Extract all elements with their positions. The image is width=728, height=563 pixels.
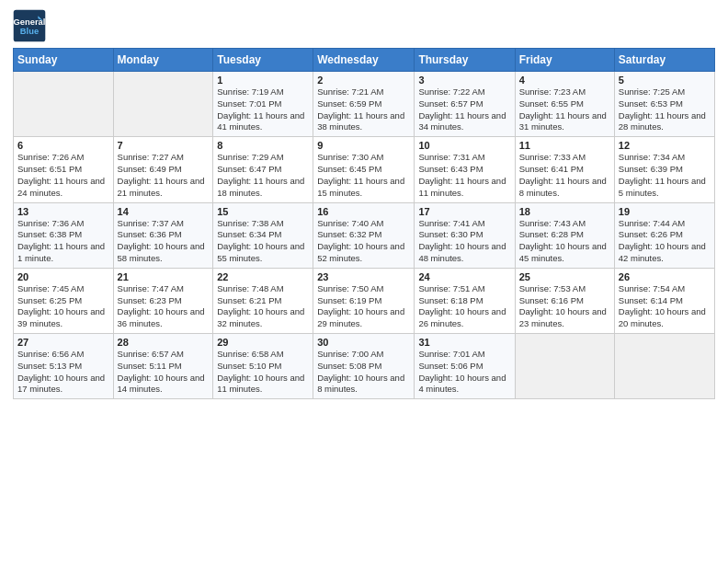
day-cell: 9Sunrise: 7:30 AM Sunset: 6:45 PM Daylig… xyxy=(313,137,415,202)
day-info: Sunrise: 7:37 AM Sunset: 6:36 PM Dayligh… xyxy=(118,218,210,265)
day-cell: 8Sunrise: 7:29 AM Sunset: 6:47 PM Daylig… xyxy=(213,137,313,202)
day-number: 18 xyxy=(519,206,610,217)
day-info: Sunrise: 7:00 AM Sunset: 5:08 PM Dayligh… xyxy=(317,349,410,396)
day-number: 19 xyxy=(619,206,711,217)
day-cell: 14Sunrise: 7:37 AM Sunset: 6:36 PM Dayli… xyxy=(113,202,213,268)
day-info: Sunrise: 6:58 AM Sunset: 5:10 PM Dayligh… xyxy=(217,349,309,396)
day-number: 10 xyxy=(418,140,510,151)
day-number: 12 xyxy=(619,140,711,151)
page: General Blue SundayMondayTuesdayWednesda… xyxy=(0,0,728,563)
day-info: Sunrise: 7:51 AM Sunset: 6:18 PM Dayligh… xyxy=(418,283,510,330)
day-number: 11 xyxy=(519,140,610,151)
day-info: Sunrise: 7:45 AM Sunset: 6:25 PM Dayligh… xyxy=(17,283,109,330)
day-cell: 22Sunrise: 7:48 AM Sunset: 6:21 PM Dayli… xyxy=(213,268,313,333)
day-info: Sunrise: 7:23 AM Sunset: 6:55 PM Dayligh… xyxy=(519,86,610,133)
week-row-4: 20Sunrise: 7:45 AM Sunset: 6:25 PM Dayli… xyxy=(14,268,715,333)
day-cell: 5Sunrise: 7:25 AM Sunset: 6:53 PM Daylig… xyxy=(614,72,714,137)
day-cell: 4Sunrise: 7:23 AM Sunset: 6:55 PM Daylig… xyxy=(515,72,614,137)
day-info: Sunrise: 7:47 AM Sunset: 6:23 PM Dayligh… xyxy=(118,283,210,330)
day-cell: 13Sunrise: 7:36 AM Sunset: 6:38 PM Dayli… xyxy=(14,202,114,268)
day-number: 16 xyxy=(317,206,410,217)
day-info: Sunrise: 7:30 AM Sunset: 6:45 PM Dayligh… xyxy=(317,152,410,199)
weekday-saturday: Saturday xyxy=(614,49,714,72)
day-number: 3 xyxy=(418,75,510,86)
day-number: 9 xyxy=(317,140,410,151)
day-info: Sunrise: 6:57 AM Sunset: 5:11 PM Dayligh… xyxy=(118,349,210,396)
week-row-3: 13Sunrise: 7:36 AM Sunset: 6:38 PM Dayli… xyxy=(14,202,715,268)
day-info: Sunrise: 7:22 AM Sunset: 6:57 PM Dayligh… xyxy=(418,86,510,133)
day-info: Sunrise: 7:27 AM Sunset: 6:49 PM Dayligh… xyxy=(118,152,210,199)
day-number: 31 xyxy=(418,337,510,348)
day-info: Sunrise: 7:29 AM Sunset: 6:47 PM Dayligh… xyxy=(217,152,309,199)
day-number: 24 xyxy=(418,271,510,282)
day-info: Sunrise: 7:54 AM Sunset: 6:14 PM Dayligh… xyxy=(619,283,711,330)
day-info: Sunrise: 7:26 AM Sunset: 6:51 PM Dayligh… xyxy=(17,152,109,199)
day-info: Sunrise: 7:40 AM Sunset: 6:32 PM Dayligh… xyxy=(317,218,410,265)
day-cell: 1Sunrise: 7:19 AM Sunset: 7:01 PM Daylig… xyxy=(213,72,313,137)
day-number: 21 xyxy=(118,271,210,282)
svg-text:Blue: Blue xyxy=(20,27,39,36)
day-number: 4 xyxy=(519,75,610,86)
day-info: Sunrise: 7:48 AM Sunset: 6:21 PM Dayligh… xyxy=(217,283,309,330)
day-info: Sunrise: 7:01 AM Sunset: 5:06 PM Dayligh… xyxy=(418,349,510,396)
day-cell xyxy=(14,72,114,137)
day-number: 13 xyxy=(17,206,109,217)
week-row-1: 1Sunrise: 7:19 AM Sunset: 7:01 PM Daylig… xyxy=(14,72,715,137)
day-cell: 17Sunrise: 7:41 AM Sunset: 6:30 PM Dayli… xyxy=(415,202,515,268)
day-info: Sunrise: 7:38 AM Sunset: 6:34 PM Dayligh… xyxy=(217,218,309,265)
day-info: Sunrise: 7:21 AM Sunset: 6:59 PM Dayligh… xyxy=(317,86,410,133)
day-cell: 10Sunrise: 7:31 AM Sunset: 6:43 PM Dayli… xyxy=(415,137,515,202)
weekday-header-row: SundayMondayTuesdayWednesdayThursdayFrid… xyxy=(14,49,715,72)
day-number: 25 xyxy=(519,271,610,282)
day-number: 8 xyxy=(217,140,309,151)
day-number: 17 xyxy=(418,206,510,217)
weekday-tuesday: Tuesday xyxy=(213,49,313,72)
day-number: 14 xyxy=(118,206,210,217)
day-info: Sunrise: 7:33 AM Sunset: 6:41 PM Dayligh… xyxy=(519,152,610,199)
day-cell: 2Sunrise: 7:21 AM Sunset: 6:59 PM Daylig… xyxy=(313,72,415,137)
day-number: 5 xyxy=(619,75,711,86)
day-number: 28 xyxy=(118,337,210,348)
day-info: Sunrise: 7:34 AM Sunset: 6:39 PM Dayligh… xyxy=(619,152,711,199)
day-cell: 15Sunrise: 7:38 AM Sunset: 6:34 PM Dayli… xyxy=(213,202,313,268)
logo-icon: General Blue xyxy=(13,9,46,42)
day-cell: 31Sunrise: 7:01 AM Sunset: 5:06 PM Dayli… xyxy=(415,334,515,399)
day-cell: 29Sunrise: 6:58 AM Sunset: 5:10 PM Dayli… xyxy=(213,334,313,399)
day-cell: 21Sunrise: 7:47 AM Sunset: 6:23 PM Dayli… xyxy=(113,268,213,333)
day-number: 30 xyxy=(317,337,410,348)
day-cell: 16Sunrise: 7:40 AM Sunset: 6:32 PM Dayli… xyxy=(313,202,415,268)
day-number: 23 xyxy=(317,271,410,282)
day-cell: 30Sunrise: 7:00 AM Sunset: 5:08 PM Dayli… xyxy=(313,334,415,399)
day-info: Sunrise: 7:44 AM Sunset: 6:26 PM Dayligh… xyxy=(619,218,711,265)
day-info: Sunrise: 7:31 AM Sunset: 6:43 PM Dayligh… xyxy=(418,152,510,199)
day-info: Sunrise: 7:53 AM Sunset: 6:16 PM Dayligh… xyxy=(519,283,610,330)
weekday-sunday: Sunday xyxy=(14,49,114,72)
day-cell: 19Sunrise: 7:44 AM Sunset: 6:26 PM Dayli… xyxy=(614,202,714,268)
day-cell: 28Sunrise: 6:57 AM Sunset: 5:11 PM Dayli… xyxy=(113,334,213,399)
weekday-monday: Monday xyxy=(113,49,213,72)
week-row-5: 27Sunrise: 6:56 AM Sunset: 5:13 PM Dayli… xyxy=(14,334,715,399)
week-row-2: 6Sunrise: 7:26 AM Sunset: 6:51 PM Daylig… xyxy=(14,137,715,202)
day-info: Sunrise: 7:50 AM Sunset: 6:19 PM Dayligh… xyxy=(317,283,410,330)
day-number: 27 xyxy=(17,337,109,348)
day-number: 15 xyxy=(217,206,309,217)
day-info: Sunrise: 7:25 AM Sunset: 6:53 PM Dayligh… xyxy=(619,86,711,133)
day-cell: 24Sunrise: 7:51 AM Sunset: 6:18 PM Dayli… xyxy=(415,268,515,333)
day-cell: 23Sunrise: 7:50 AM Sunset: 6:19 PM Dayli… xyxy=(313,268,415,333)
day-cell: 20Sunrise: 7:45 AM Sunset: 6:25 PM Dayli… xyxy=(14,268,114,333)
day-info: Sunrise: 7:43 AM Sunset: 6:28 PM Dayligh… xyxy=(519,218,610,265)
weekday-friday: Friday xyxy=(515,49,614,72)
day-cell xyxy=(113,72,213,137)
day-number: 6 xyxy=(17,140,109,151)
day-number: 22 xyxy=(217,271,309,282)
day-cell: 12Sunrise: 7:34 AM Sunset: 6:39 PM Dayli… xyxy=(614,137,714,202)
day-cell: 11Sunrise: 7:33 AM Sunset: 6:41 PM Dayli… xyxy=(515,137,614,202)
day-cell: 18Sunrise: 7:43 AM Sunset: 6:28 PM Dayli… xyxy=(515,202,614,268)
day-number: 29 xyxy=(217,337,309,348)
weekday-wednesday: Wednesday xyxy=(313,49,415,72)
day-cell xyxy=(614,334,714,399)
calendar-table: SundayMondayTuesdayWednesdayThursdayFrid… xyxy=(13,48,715,399)
header: General Blue xyxy=(13,9,715,42)
day-info: Sunrise: 6:56 AM Sunset: 5:13 PM Dayligh… xyxy=(17,349,109,396)
day-cell: 7Sunrise: 7:27 AM Sunset: 6:49 PM Daylig… xyxy=(113,137,213,202)
